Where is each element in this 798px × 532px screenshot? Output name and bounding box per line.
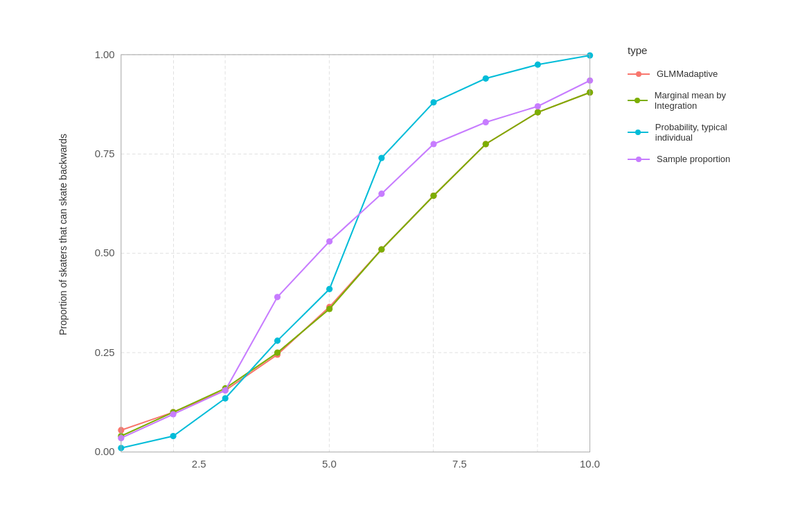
legend-line-glmmadaptive (628, 73, 650, 75)
legend-item-prob-typical: Probability, typical individual (628, 122, 759, 143)
chart-area: Proportion of skaters that can skate bac… (32, 30, 614, 502)
svg-text:10.0: 10.0 (580, 459, 600, 470)
svg-point-39 (535, 109, 541, 116)
svg-point-49 (535, 62, 541, 68)
legend-line-prob-typical (628, 132, 648, 133)
legend-item-marginal-mean: Marginal mean by Integration (628, 90, 759, 111)
svg-point-52 (170, 411, 176, 417)
svg-point-53 (222, 387, 229, 393)
legend-label-marginal-mean: Marginal mean by Integration (655, 90, 759, 111)
svg-text:0.00: 0.00 (95, 446, 115, 457)
legend-label-sample-prop: Sample proportion (657, 154, 730, 164)
legend-label-prob-typical: Probability, typical individual (655, 122, 759, 143)
y-axis-label: Proportion of skaters that can skate bac… (57, 197, 69, 335)
legend-line-sample-prop (628, 159, 650, 160)
svg-point-45 (326, 286, 332, 292)
chart-svg: 0.00 0.25 0.50 0.75 1.00 2.5 5.0 7.5 10.… (73, 37, 614, 501)
svg-point-38 (483, 141, 489, 147)
svg-text:0.75: 0.75 (95, 148, 115, 159)
svg-point-35 (326, 305, 332, 312)
svg-point-54 (274, 294, 281, 300)
svg-text:2.5: 2.5 (192, 459, 206, 470)
legend-item-sample-prop: Sample proportion (628, 154, 759, 164)
svg-point-57 (430, 141, 436, 147)
legend: type GLMMadaptive Marginal mean by Integ… (614, 30, 766, 178)
svg-text:1.00: 1.00 (95, 49, 115, 60)
legend-item-glmmadaptive: GLMMadaptive (628, 69, 759, 79)
svg-point-58 (483, 119, 489, 125)
svg-point-37 (430, 193, 436, 199)
svg-point-46 (378, 154, 384, 161)
svg-point-34 (274, 349, 281, 355)
svg-text:5.0: 5.0 (322, 459, 337, 470)
svg-point-36 (378, 246, 384, 252)
svg-point-56 (378, 190, 384, 197)
svg-point-48 (483, 76, 489, 82)
plot-wrapper: 0.00 0.25 0.50 0.75 1.00 2.5 5.0 7.5 10.… (73, 37, 614, 501)
legend-label-glmmadaptive: GLMMadaptive (657, 69, 718, 79)
legend-title: type (628, 44, 759, 56)
svg-point-47 (430, 99, 436, 105)
svg-text:0.50: 0.50 (95, 247, 115, 258)
svg-point-55 (326, 238, 332, 245)
chart-container: Proportion of skaters that can skate bac… (18, 17, 780, 515)
legend-line-marginal-mean (628, 100, 648, 101)
svg-point-43 (222, 395, 229, 401)
svg-point-59 (535, 103, 541, 109)
svg-text:0.25: 0.25 (95, 347, 115, 358)
svg-point-42 (170, 433, 176, 439)
svg-point-44 (274, 337, 281, 344)
svg-text:7.5: 7.5 (452, 459, 467, 470)
